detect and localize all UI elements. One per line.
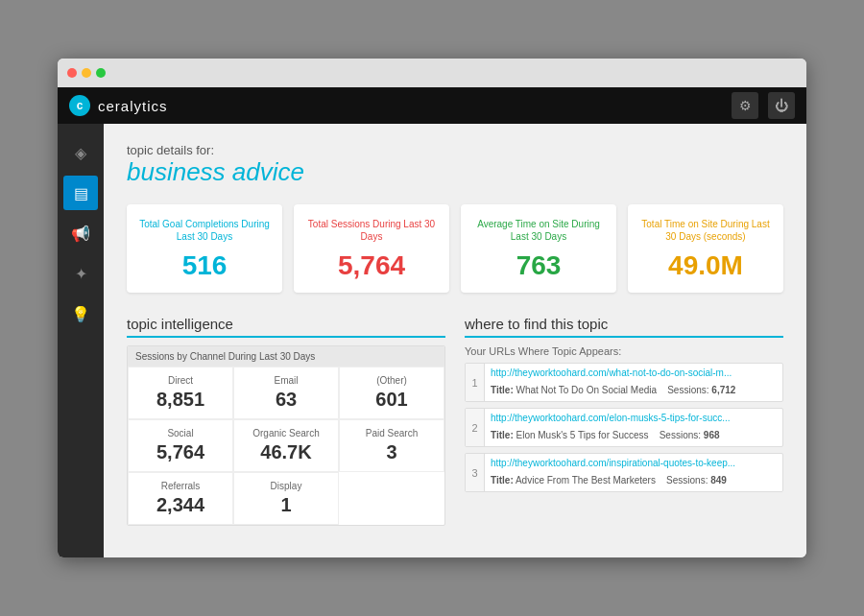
intelligence-panel: topic intelligence Sessions by Channel D… <box>127 316 445 526</box>
url-title-label-3: Title: <box>491 475 514 486</box>
power-button[interactable]: ⏻ <box>768 92 795 119</box>
traffic-light-red[interactable] <box>67 68 77 78</box>
channel-social: Social 5,764 <box>128 419 233 472</box>
metric-value-goals: 516 <box>138 250 271 281</box>
url-sessions-2: 968 <box>704 430 720 440</box>
url-item-2: 2 http://theyworktoohard.com/elon-musks-… <box>465 408 783 447</box>
url-content-3: http://theyworktoohard.com/inspirational… <box>485 454 782 491</box>
nav-icons: ⚙ ⏻ <box>732 92 795 119</box>
traffic-lights <box>67 68 106 78</box>
url-meta-3: Title: Advice From The Best Marketers Se… <box>491 475 727 486</box>
sidebar-item-megaphone[interactable]: 📢 <box>63 216 98 250</box>
channel-organic-label: Organic Search <box>244 428 328 438</box>
channel-display-value: 1 <box>244 494 328 516</box>
find-topic-panel: where to find this topic Your URLs Where… <box>465 316 783 526</box>
find-topic-title: where to find this topic <box>465 316 783 338</box>
traffic-light-yellow[interactable] <box>82 68 91 78</box>
url-number-1: 1 <box>466 364 485 401</box>
url-title-2: Elon Musk's 5 Tips for Success <box>516 430 649 440</box>
intelligence-title: topic intelligence <box>127 316 445 338</box>
channel-referrals-value: 2,344 <box>138 494 223 516</box>
channel-other: (Other) 601 <box>339 367 444 419</box>
palette-icon: ◈ <box>75 144 86 162</box>
channel-other-value: 601 <box>349 389 434 411</box>
url-item-3: 3 http://theyworktoohard.com/inspiration… <box>465 453 783 492</box>
metric-label-goals: Total Goal Completions During Last 30 Da… <box>138 218 271 243</box>
url-link-3[interactable]: http://theyworktoohard.com/inspirational… <box>491 458 777 468</box>
channel-social-label: Social <box>138 428 223 438</box>
channel-direct-label: Direct <box>138 375 223 386</box>
metric-card-total-time: Total Time on Site During Last 30 Days (… <box>628 204 783 293</box>
metric-card-sessions: Total Sessions During Last 30 Days 5,764 <box>294 204 449 293</box>
logo-area: c ceralytics <box>69 95 168 116</box>
top-nav: c ceralytics ⚙ ⏻ <box>58 87 806 124</box>
sidebar-item-lightbulb[interactable]: 💡 <box>63 296 98 331</box>
url-title-label-1: Title: <box>491 385 514 395</box>
url-title-3: Advice From The Best Marketers <box>516 475 656 486</box>
metric-value-avg-time: 763 <box>472 250 605 281</box>
channel-social-value: 5,764 <box>138 441 223 463</box>
channel-organic-value: 46.7K <box>244 441 328 463</box>
channel-email-label: Email <box>244 375 328 386</box>
app-container: c ceralytics ⚙ ⏻ ◈ ▤ 📢 <box>58 87 806 557</box>
logo-icon: c <box>69 95 90 116</box>
traffic-light-green[interactable] <box>96 68 106 78</box>
metric-label-avg-time: Average Time on Site During Last 30 Days <box>472 218 605 243</box>
url-link-2[interactable]: http://theyworktoohard.com/elon-musks-5-… <box>491 413 777 423</box>
url-sessions-label-2: Sessions: <box>660 430 701 440</box>
sidebar-item-palette[interactable]: ◈ <box>63 135 98 170</box>
bottom-section: topic intelligence Sessions by Channel D… <box>127 316 783 526</box>
page-header-topic: business advice <box>127 157 783 187</box>
channel-display-label: Display <box>244 481 328 491</box>
channel-email-value: 63 <box>244 389 328 411</box>
channel-display: Display 1 <box>233 472 339 525</box>
url-item-1: 1 http://theyworktoohard.com/what-not-to… <box>465 363 783 402</box>
url-link-1[interactable]: http://theyworktoohard.com/what-not-to-d… <box>491 367 777 378</box>
url-content-1: http://theyworktoohard.com/what-not-to-d… <box>485 364 782 401</box>
sessions-table: Sessions by Channel During Last 30 Days … <box>127 345 445 526</box>
channel-email: Email 63 <box>233 367 339 419</box>
target-icon: ✦ <box>75 265 87 283</box>
url-sessions-3: 849 <box>710 475 727 486</box>
url-sessions-1: 6,712 <box>711 385 735 395</box>
channel-direct: Direct 8,851 <box>128 367 233 419</box>
url-number-2: 2 <box>466 409 485 446</box>
megaphone-icon: 📢 <box>71 225 90 243</box>
url-number-3: 3 <box>466 454 485 491</box>
url-meta-2: Title: Elon Musk's 5 Tips for Success Se… <box>491 430 720 440</box>
sidebar: ◈ ▤ 📢 ✦ 💡 <box>58 124 104 557</box>
channel-other-label: (Other) <box>349 375 434 386</box>
urls-section-label: Your URLs Where Topic Appears: <box>465 345 783 357</box>
channel-paid-label: Paid Search <box>349 428 434 438</box>
browser-titlebar <box>58 59 806 87</box>
url-meta-1: Title: What Not To Do On Social Media Se… <box>491 385 735 395</box>
channel-direct-value: 8,851 <box>138 389 223 411</box>
metric-card-goals: Total Goal Completions During Last 30 Da… <box>127 204 282 293</box>
sidebar-item-target[interactable]: ✦ <box>63 256 98 291</box>
metric-card-avg-time: Average Time on Site During Last 30 Days… <box>461 204 616 293</box>
sessions-header: Sessions by Channel During Last 30 Days <box>128 346 444 367</box>
metric-label-sessions: Total Sessions During Last 30 Days <box>305 218 438 243</box>
url-content-2: http://theyworktoohard.com/elon-musks-5-… <box>485 409 782 446</box>
channel-paid: Paid Search 3 <box>339 419 444 472</box>
lightbulb-icon: 💡 <box>71 305 90 323</box>
channel-organic: Organic Search 46.7K <box>233 419 339 472</box>
browser-window: c ceralytics ⚙ ⏻ ◈ ▤ 📢 <box>58 59 806 557</box>
main-content: topic details for: business advice Total… <box>104 124 806 557</box>
logo-text: ceralytics <box>98 98 168 114</box>
url-title-label-2: Title: <box>491 430 514 440</box>
content-area: ◈ ▤ 📢 ✦ 💡 topic details for <box>58 124 806 557</box>
channel-referrals: Referrals 2,344 <box>128 472 233 525</box>
logo-letter: c <box>77 99 84 112</box>
url-title-1: What Not To Do On Social Media <box>516 385 658 395</box>
page-header: topic details for: business advice <box>127 143 783 187</box>
page-header-label: topic details for: <box>127 143 783 157</box>
metric-label-total-time: Total Time on Site During Last 30 Days (… <box>639 218 772 243</box>
url-sessions-label-3: Sessions: <box>666 475 708 486</box>
sidebar-item-document[interactable]: ▤ <box>63 176 98 210</box>
url-sessions-label-1: Sessions: <box>667 385 708 395</box>
metric-value-sessions: 5,764 <box>305 250 438 281</box>
metric-value-total-time: 49.0M <box>639 250 772 281</box>
sessions-grid: Direct 8,851 Email 63 (Other) 601 <box>128 367 444 525</box>
settings-button[interactable]: ⚙ <box>732 92 758 119</box>
